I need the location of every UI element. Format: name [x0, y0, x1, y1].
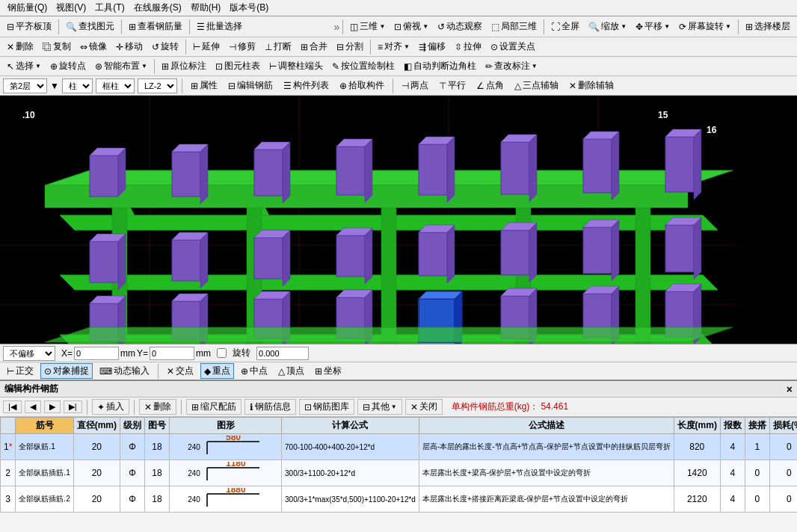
- btn-find-element[interactable]: 🔍 查找图元: [62, 18, 118, 35]
- rebar-table-container[interactable]: 筋号 直径(mm) 级别 图号 图形 计算公式 公式描述 长度(mm) 报数 接…: [0, 417, 797, 532]
- btn-offset[interactable]: ⇶ 偏移: [415, 38, 449, 55]
- btn-auto-corner[interactable]: ◧ 自动判断边角柱: [400, 58, 480, 75]
- library-icon: ⊡: [304, 402, 312, 412]
- btn-nav-first[interactable]: |◀: [3, 400, 22, 413]
- btn-break[interactable]: ⊥ 打断: [261, 38, 295, 55]
- btn-nav-prev[interactable]: ◀: [25, 400, 41, 413]
- snap-center[interactable]: ⊕ 中点: [237, 363, 271, 379]
- btn-rotate[interactable]: ↺ 旋转: [148, 38, 182, 55]
- svg-rect-55: [336, 235, 365, 276]
- rotate-checkbox[interactable]: [217, 348, 227, 358]
- btn-align[interactable]: ≡ 对齐 ▼: [374, 38, 413, 55]
- btn-adjust-col-end[interactable]: ⊢ 调整柱端头: [265, 58, 327, 75]
- menu-item-version[interactable]: 版本号(B): [225, 0, 273, 16]
- btn-split[interactable]: ⊟ 分割: [333, 38, 367, 55]
- sep4: [342, 19, 343, 34]
- svg-rect-67: [665, 225, 694, 272]
- snap-orthogonal[interactable]: ⊢ 正交: [3, 363, 37, 379]
- btn-select-mode[interactable]: ↖ 选择 ▼: [3, 58, 45, 75]
- delete-icon: ✕: [7, 42, 14, 52]
- btn-properties[interactable]: ⊞ 属性: [187, 77, 221, 94]
- break-icon: ⊥: [265, 42, 272, 52]
- btn-other[interactable]: ⊟ 其他 ▼: [357, 399, 402, 415]
- table-row[interactable]: 1*全部纵筋.120Φ18 240 580 700-100-400+400-20…: [1, 434, 798, 460]
- layer-selector[interactable]: 第2层: [3, 78, 47, 93]
- btn-extend[interactable]: ⊢ 延伸: [189, 38, 224, 55]
- btn-batch-select[interactable]: ☰ 批量选择: [193, 18, 246, 35]
- svg-marker-69: [694, 217, 701, 279]
- btn-delete[interactable]: ✕ 删除: [3, 38, 37, 55]
- btn-element-col-table[interactable]: ⊡ 图元柱表: [212, 58, 264, 75]
- component-type-selector[interactable]: 框柱: [96, 78, 135, 93]
- btn-select-floor[interactable]: ⊞ 选择楼层: [742, 18, 794, 35]
- snap-vertex[interactable]: △ 顶点: [274, 363, 308, 379]
- btn-origin-mark[interactable]: ⊞ 原位标注: [158, 58, 210, 75]
- btn-zoom[interactable]: 🔍 缩放 ▼: [585, 18, 630, 35]
- btn-three-point-axis[interactable]: △ 三点辅轴: [511, 77, 562, 94]
- btn-draw-col-by-pos[interactable]: ✎ 按位置绘制柱: [328, 58, 398, 75]
- snap-object[interactable]: ⊙ 对象捕捉: [40, 363, 93, 379]
- btn-rebar-info[interactable]: ℹ 钢筋信息: [244, 399, 296, 415]
- btn-smart-place[interactable]: ⊛ 智能布置 ▼: [91, 58, 151, 75]
- table-row[interactable]: 3全部纵筋插筋.220Φ18 240 1880 300/3+1*max(35*d…: [1, 486, 798, 513]
- btn-point-angle[interactable]: ∠ 点角: [473, 77, 508, 94]
- btn-rebar-library[interactable]: ⊡ 钢筋图库: [299, 399, 354, 415]
- btn-modify-mark[interactable]: ✏ 查改标注 ▼: [481, 58, 541, 75]
- btn-pick-component[interactable]: ⊕ 拾取构件: [336, 77, 388, 94]
- sep8: [370, 40, 371, 55]
- svg-marker-20: [45, 170, 733, 185]
- btn-nav-last[interactable]: ▶|: [64, 400, 82, 413]
- btn-edit-rebar[interactable]: ⊟ 编辑钢筋: [224, 77, 277, 94]
- snap-midpoint[interactable]: ◆ 重点: [200, 363, 234, 379]
- snap-intersection[interactable]: ✕ 交点: [163, 363, 197, 379]
- btn-component-list[interactable]: ☰ 构件列表: [280, 77, 333, 94]
- btn-screen-rotate[interactable]: ⟳ 屏幕旋转 ▼: [675, 18, 735, 35]
- element-type-selector[interactable]: 柱: [62, 78, 93, 93]
- btn-move[interactable]: ✛ 移动: [112, 38, 147, 55]
- btn-rotate-point[interactable]: ⊕ 旋转点: [46, 58, 90, 75]
- btn-parallel[interactable]: ⊤ 平行: [435, 77, 470, 94]
- svg-marker-66: [612, 220, 619, 281]
- shape-diagram: 1180: [203, 462, 263, 484]
- btn-set-point[interactable]: ⊙ 设置关点: [487, 38, 539, 55]
- btn-trim[interactable]: ⊣ 修剪: [225, 38, 259, 55]
- menu-item-help[interactable]: 帮助(H): [186, 0, 226, 16]
- btn-3d[interactable]: ◫ 三维 ▼: [346, 18, 389, 35]
- menu-item-view[interactable]: 视图(V): [52, 0, 90, 16]
- table-row[interactable]: 2全部纵筋插筋.120Φ18 240 1180 300/3+1100-20+12…: [1, 460, 798, 486]
- btn-two-point[interactable]: ⊣ 两点: [398, 77, 432, 94]
- btn-copy[interactable]: ⿻ 复制: [39, 38, 75, 55]
- y-coord-input[interactable]: [150, 347, 194, 360]
- col-header-count: 报数: [720, 418, 745, 434]
- btn-fullscreen[interactable]: ⛶ 全屏: [547, 18, 583, 35]
- panel-close-button[interactable]: ×: [787, 383, 793, 395]
- btn-insert[interactable]: ✦ 插入: [92, 399, 129, 415]
- btn-stretch[interactable]: ⇳ 拉伸: [451, 38, 485, 55]
- btn-close-panel[interactable]: ✕ 关闭: [405, 399, 443, 415]
- offset-mode-select[interactable]: 不偏移: [3, 346, 55, 361]
- menu-item-tools[interactable]: 工具(T): [90, 0, 129, 16]
- toolbar-expand-icon[interactable]: »: [334, 21, 340, 33]
- btn-align-top[interactable]: ⊟ 平齐板顶: [3, 18, 55, 35]
- menu-item-steel[interactable]: 钢筋量(Q): [3, 0, 52, 16]
- viewport[interactable]: X Y Z .10 15 16 K H 9 不偏移 X= mm Y= mm: [0, 96, 797, 362]
- btn-local-3d[interactable]: ⬚ 局部三维: [487, 18, 541, 35]
- btn-pan[interactable]: ✥ 平移 ▼: [632, 18, 674, 35]
- btn-nav-next[interactable]: ▶: [44, 400, 61, 413]
- col-header-desc: 公式描述: [419, 418, 674, 434]
- btn-mirror[interactable]: ⇔ 镜像: [76, 38, 111, 55]
- btn-top-view[interactable]: ⊡ 俯视 ▼: [390, 18, 432, 35]
- snap-dynamic-input[interactable]: ⌨ 动态输入: [96, 363, 153, 379]
- edit-rebar-panel: 编辑构件钢筋 × |◀ ◀ ▶ ▶| ✦ 插入 ✕ 删除 ⊞ 缩尺配筋: [0, 380, 797, 532]
- x-coord-input[interactable]: [74, 347, 119, 360]
- snap-coord[interactable]: ⊞ 坐标: [311, 363, 345, 379]
- component-id-selector[interactable]: LZ-2: [138, 78, 177, 93]
- btn-view-rebar[interactable]: ⊞ 查看钢筋量: [125, 18, 186, 35]
- menu-item-online[interactable]: 在线服务(S): [129, 0, 186, 16]
- btn-dynamic-observe[interactable]: ↺ 动态观察: [434, 18, 486, 35]
- rotate-input[interactable]: [256, 347, 309, 360]
- btn-rebar-delete[interactable]: ✕ 删除: [139, 399, 176, 415]
- btn-scale-rebar[interactable]: ⊞ 缩尺配筋: [186, 399, 241, 415]
- btn-delete-axis[interactable]: ✕ 删除辅轴: [565, 77, 618, 94]
- btn-merge[interactable]: ⊞ 合并: [297, 38, 331, 55]
